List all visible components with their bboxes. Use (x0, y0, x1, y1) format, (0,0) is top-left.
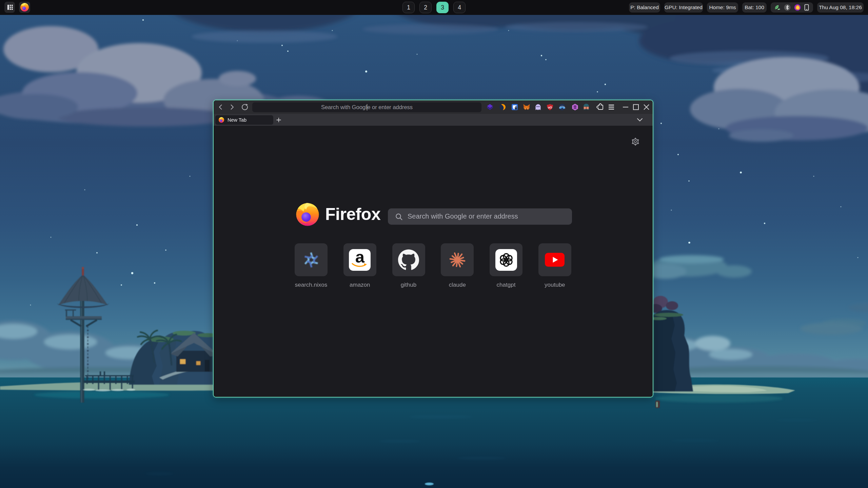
svg-text:uO: uO (548, 106, 552, 109)
